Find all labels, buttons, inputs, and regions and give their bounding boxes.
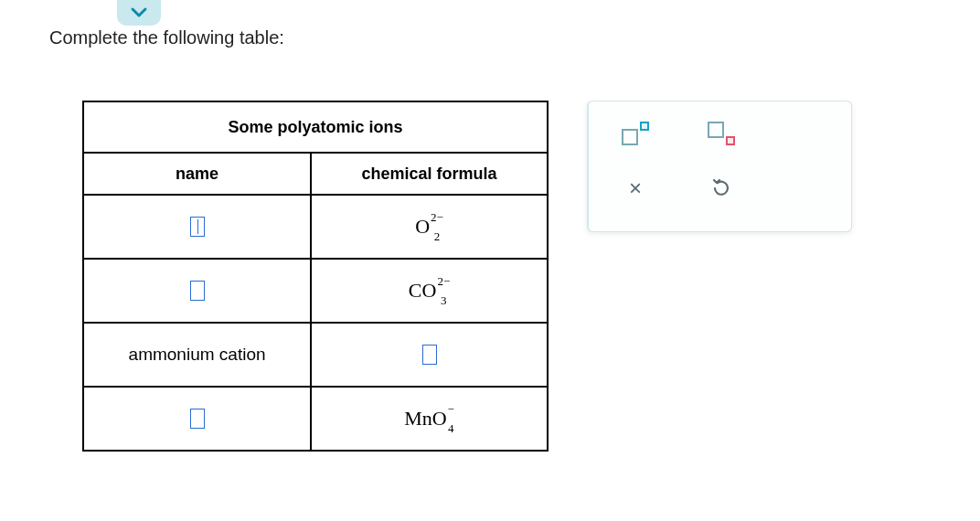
ion-table: Some polyatomic ions name chemical formu… — [82, 101, 549, 452]
formula-input[interactable] — [422, 345, 437, 365]
expand-toggle[interactable] — [117, 0, 161, 26]
name-input[interactable] — [190, 409, 205, 429]
reset-button[interactable] — [702, 169, 740, 207]
subscript-button[interactable] — [702, 114, 740, 153]
chevron-down-icon — [130, 6, 148, 19]
formula-base: O — [415, 217, 430, 237]
formula-cell: MnO − 4 — [404, 407, 454, 431]
superscript-icon — [622, 122, 649, 145]
superscript-button[interactable] — [616, 114, 655, 153]
toolbox-panel: × — [587, 101, 852, 232]
clear-button[interactable]: × — [616, 169, 655, 207]
table-row: ammonium cation — [83, 323, 548, 387]
name-input[interactable] — [190, 217, 205, 237]
table-row: MnO − 4 — [83, 387, 548, 451]
formula-sup: 2− — [437, 275, 450, 287]
toolbox-row — [605, 114, 835, 153]
table-row: O 2− 2 — [83, 195, 548, 259]
undo-icon — [709, 176, 733, 200]
formula-sub: 3 — [437, 294, 450, 306]
subscript-icon — [708, 122, 735, 145]
table-title: Some polyatomic ions — [83, 101, 548, 153]
table-row: CO 2− 3 — [83, 259, 548, 323]
formula-sup: − — [448, 403, 454, 415]
prompt-text: Complete the following table: — [49, 27, 284, 48]
formula-base: CO — [409, 281, 437, 301]
formula-sup: 2− — [431, 211, 443, 223]
col-header-name: name — [83, 153, 311, 195]
formula-sub: 4 — [448, 422, 454, 434]
formula-cell: CO 2− 3 — [409, 279, 450, 303]
formula-base: MnO — [404, 409, 446, 429]
name-input[interactable] — [190, 281, 205, 301]
formula-sub: 2 — [431, 230, 443, 242]
formula-cell: O 2− 2 — [415, 215, 443, 239]
toolbox-row: × — [605, 169, 835, 207]
close-icon: × — [629, 177, 642, 199]
col-header-formula: chemical formula — [311, 153, 548, 195]
name-text: ammonium cation — [129, 345, 266, 364]
